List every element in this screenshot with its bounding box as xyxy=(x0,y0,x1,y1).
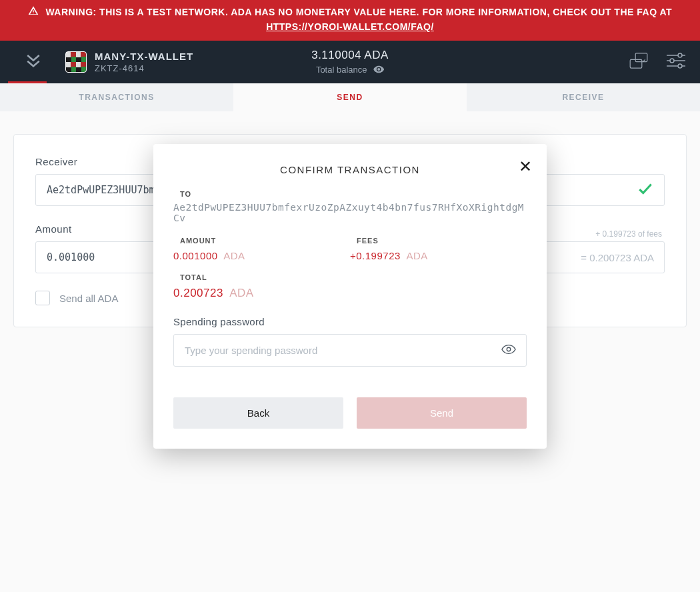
back-button[interactable]: Back xyxy=(173,397,343,429)
total-section-label: TOTAL xyxy=(180,273,527,281)
eye-icon[interactable] xyxy=(501,344,516,357)
modal-overlay: CONFIRM TRANSACTION ✕ TO Ae2tdPwUPEZ3HUU… xyxy=(0,0,700,592)
spending-password-label: Spending password xyxy=(173,316,527,327)
modal-title: CONFIRM TRANSACTION xyxy=(173,164,527,175)
amount-value: 0.001000 ADA xyxy=(173,250,350,261)
fees-value: +0.199723 ADA xyxy=(350,250,527,261)
to-label: TO xyxy=(180,190,527,198)
spending-password-input[interactable] xyxy=(173,334,527,367)
send-button[interactable]: Send xyxy=(357,397,527,429)
close-icon[interactable]: ✕ xyxy=(519,159,532,175)
confirm-transaction-modal: CONFIRM TRANSACTION ✕ TO Ae2tdPwUPEZ3HUU… xyxy=(153,144,547,449)
amount-section-label: AMOUNT xyxy=(180,237,350,245)
to-address: Ae2tdPwUPEZ3HUU7bmfexrUzoZpAZxuyt4b4bn7f… xyxy=(173,202,527,223)
svg-point-8 xyxy=(507,347,511,351)
total-value: 0.200723 ADA xyxy=(173,287,527,300)
fees-section-label: FEES xyxy=(357,237,527,245)
